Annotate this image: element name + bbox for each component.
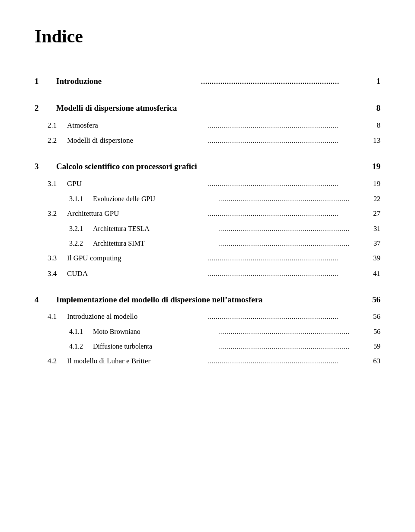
toc-section-s4-1: 4.1 Introduzione al modello ............… (35, 309, 380, 324)
toc-subsection-ss3-2-1: 3.2.1 Architettura TESLA ...............… (35, 221, 380, 236)
toc-section-s3-4: 3.4 CUDA ...............................… (35, 266, 380, 282)
toc-chapter-ch4: 4 Implementazione del modello di dispers… (35, 291, 380, 308)
toc-section-s3-2: 3.2 Architettura GPU ...................… (35, 206, 380, 221)
toc-chapter-ch3: 3 Calcolo scientifico con processori gra… (35, 158, 380, 175)
toc-section-s4-2: 4.2 Il modello di Luhar e Britter ......… (35, 353, 380, 369)
toc-subsection-ss3-2-2: 3.2.2 Architettura SIMT ................… (35, 236, 380, 251)
table-of-contents: 1 Introduzione .........................… (35, 73, 380, 369)
toc-subsection-ss4-1-1: 4.1.1 Moto Browniano ...................… (35, 324, 380, 339)
toc-section-s3-3: 3.3 Il GPU computing ...................… (35, 250, 380, 266)
toc-subsection-ss4-1-2: 4.1.2 Diffusione turbolenta ............… (35, 339, 380, 354)
toc-section-s2-1: 2.1 Atmosfera ..........................… (35, 118, 380, 133)
toc-chapter-ch2: 2 Modelli di dispersione atmosferica 8 (35, 99, 380, 117)
toc-chapter-ch1: 1 Introduzione .........................… (35, 73, 380, 90)
toc-section-s3-1: 3.1 GPU ................................… (35, 176, 380, 192)
toc-section-s2-2: 2.2 Modelli di dispersione .............… (35, 133, 380, 148)
toc-subsection-ss3-1-1: 3.1.1 Evoluzione delle GPU .............… (35, 192, 380, 206)
page-title: Indice (35, 26, 380, 47)
